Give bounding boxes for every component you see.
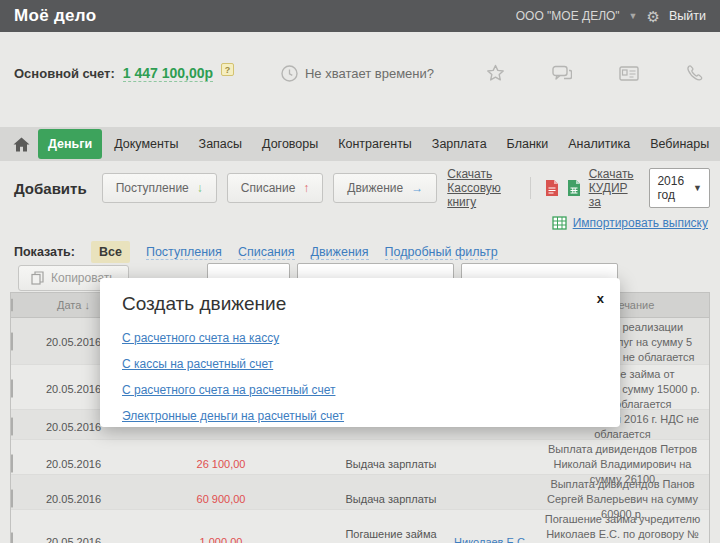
row-amount: 60 900,00 bbox=[106, 493, 336, 505]
home-icon[interactable] bbox=[13, 137, 30, 152]
tab-1[interactable]: Деньги bbox=[38, 129, 102, 159]
chevron-down-icon[interactable]: ▼ bbox=[629, 11, 638, 21]
filter-link-4[interactable]: Подробный фильтр bbox=[385, 245, 498, 260]
row-operation-type: Выдача зарплаты bbox=[336, 492, 446, 506]
row-checkbox[interactable] bbox=[11, 489, 13, 508]
tab-8[interactable]: Аналитика bbox=[558, 129, 640, 159]
tab-4[interactable]: Договоры bbox=[252, 129, 328, 159]
copy-icon bbox=[31, 271, 44, 285]
account-label: Основной счет: bbox=[14, 66, 115, 81]
add-button-3[interactable]: Движение→ bbox=[333, 173, 437, 203]
excel-icon[interactable] bbox=[567, 180, 581, 196]
tab-9[interactable]: Вебинары bbox=[640, 129, 719, 159]
tab-6[interactable]: Зарплата bbox=[422, 129, 497, 159]
year-select[interactable]: 2016 год ▼ bbox=[649, 168, 710, 208]
help-icon[interactable]: ? bbox=[221, 63, 234, 76]
company-name[interactable]: ООО "МОЕ ДЕЛО" bbox=[516, 9, 620, 23]
table-row: 20.05.201626 100,00Выдача зарплатыВыплат… bbox=[11, 440, 709, 475]
button-label: Движение bbox=[347, 181, 403, 195]
no-time-link[interactable]: Не хватает времени? bbox=[281, 65, 434, 82]
divider bbox=[530, 177, 531, 199]
row-checkbox[interactable] bbox=[11, 332, 13, 351]
modal-link-4[interactable]: Электронные деньги на расчетный счет bbox=[122, 409, 598, 423]
row-date: 20.05.2016 bbox=[41, 458, 106, 470]
direction-arrow-icon: ↑ bbox=[303, 181, 309, 195]
add-button-2[interactable]: Списание↑ bbox=[227, 173, 324, 203]
topbar: Моё дело ООО "МОЕ ДЕЛО" ▼ ⚙ Выйти bbox=[0, 0, 720, 32]
import-statement-link[interactable]: Импортировать выписку bbox=[573, 216, 708, 230]
clock-icon bbox=[281, 65, 298, 82]
create-movement-modal: Создать движение x С расчетного счета на… bbox=[100, 278, 620, 427]
show-label: Показать: bbox=[14, 245, 75, 259]
direction-arrow-icon: ↓ bbox=[197, 181, 203, 195]
phone-icon[interactable] bbox=[686, 64, 704, 82]
filter-link-1[interactable]: Поступления bbox=[146, 245, 222, 260]
actions-row: Добавить Поступление↓Списание↑Движение→ … bbox=[14, 172, 710, 204]
download-kudir-link[interactable]: Скачать КУДИР за bbox=[589, 167, 642, 209]
table-row: 20.05.20161 000,00Погашение займа учреди… bbox=[11, 510, 709, 543]
modal-links: С расчетного счета на кассуС кассы на ра… bbox=[122, 331, 598, 423]
balance-row: Основной счет: 1 447 100,00р ? Не хватае… bbox=[14, 64, 704, 82]
modal-link-3[interactable]: С расчетного счета на расчетный счет bbox=[122, 383, 598, 397]
row-checkbox[interactable] bbox=[11, 454, 13, 473]
row-date: 20.05.2016 bbox=[41, 493, 106, 505]
direction-arrow-icon: → bbox=[411, 181, 423, 195]
chat-icon[interactable] bbox=[552, 65, 572, 82]
date-column-header[interactable]: Дата ↓ bbox=[41, 299, 106, 311]
tab-2[interactable]: Документы bbox=[104, 129, 188, 159]
modal-link-2[interactable]: С кассы на расчетный счет bbox=[122, 357, 598, 371]
row-checkbox[interactable] bbox=[11, 379, 13, 398]
logout-link[interactable]: Выйти bbox=[669, 9, 706, 23]
chevron-down-icon: ▼ bbox=[693, 183, 702, 193]
tab-7[interactable]: Бланки bbox=[497, 129, 559, 159]
modal-link-1[interactable]: С расчетного счета на кассу bbox=[122, 331, 598, 345]
table-row: 20.05.201660 900,00Выдача зарплатыВыплат… bbox=[11, 475, 709, 510]
row-amount: 1 000,00 bbox=[106, 536, 336, 543]
year-select-value: 2016 год bbox=[657, 174, 684, 202]
filter-row: Показать: Все ПоступленияСписанияДвижени… bbox=[14, 241, 498, 263]
main-nav: ДеньгиДокументыЗапасыДоговорыКонтрагенты… bbox=[0, 127, 720, 161]
row-date: 20.05.2016 bbox=[41, 421, 106, 433]
filter-link-2[interactable]: Списания bbox=[238, 245, 295, 260]
row-operation-type: Погашение займа учредителю bbox=[336, 527, 446, 543]
row-operation-type: Выдача зарплаты bbox=[336, 457, 446, 471]
filter-all[interactable]: Все bbox=[91, 241, 130, 263]
no-time-label: Не хватает времени? bbox=[305, 66, 434, 81]
add-label: Добавить bbox=[14, 180, 87, 197]
select-all-checkbox[interactable] bbox=[11, 298, 13, 312]
contact-card-icon[interactable] bbox=[619, 66, 639, 81]
row-checkbox[interactable] bbox=[11, 532, 13, 543]
star-icon[interactable] bbox=[486, 64, 505, 82]
download-cash-book-link[interactable]: Скачать Кассовую книгу bbox=[447, 167, 516, 209]
filter-link-3[interactable]: Движения bbox=[311, 245, 369, 260]
close-icon[interactable]: x bbox=[597, 291, 604, 306]
app-logo: Моё дело bbox=[14, 6, 96, 26]
row-note: Погашение займа учредителю Николаев Е.С.… bbox=[536, 510, 709, 543]
pdf-icon[interactable] bbox=[545, 180, 559, 196]
row-date: 20.05.2016 bbox=[41, 383, 106, 395]
add-button-1[interactable]: Поступление↓ bbox=[102, 173, 217, 203]
row-date: 20.05.2016 bbox=[41, 336, 106, 348]
import-row: Импортировать выписку bbox=[552, 216, 708, 230]
account-balance[interactable]: 1 447 100,00р bbox=[123, 65, 213, 82]
import-statement-icon bbox=[552, 216, 567, 230]
row-date: 20.05.2016 bbox=[41, 536, 106, 543]
tab-5[interactable]: Контрагенты bbox=[328, 129, 422, 159]
button-label: Списание bbox=[241, 181, 296, 195]
tab-3[interactable]: Запасы bbox=[189, 129, 252, 159]
sort-desc-icon: ↓ bbox=[84, 299, 90, 311]
counterparty-link[interactable]: Николаев Е.С. bbox=[454, 536, 528, 543]
row-checkbox[interactable] bbox=[11, 417, 13, 436]
row-amount: 26 100,00 bbox=[106, 458, 336, 470]
gear-icon[interactable]: ⚙ bbox=[647, 9, 660, 24]
modal-title: Создать движение bbox=[122, 293, 598, 315]
button-label: Поступление bbox=[116, 181, 189, 195]
